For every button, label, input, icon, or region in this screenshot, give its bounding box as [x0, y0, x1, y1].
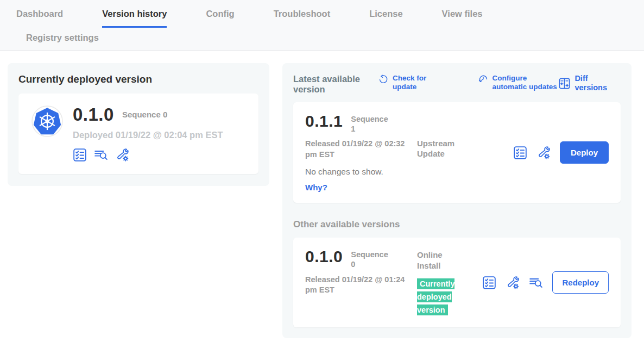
configure-auto-updates-link[interactable]: Configure automatic updates: [478, 74, 559, 91]
other-released-timestamp: Released 01/19/22 @ 01:24 pm EST: [305, 275, 406, 296]
deployed-sequence-label: Sequence 0: [122, 110, 167, 120]
tab-config[interactable]: Config: [206, 9, 234, 26]
tab-registry-settings[interactable]: Registry settings: [26, 33, 605, 43]
no-changes-text: No changes to show.: [305, 167, 409, 177]
other-version-number: 0.1.0: [305, 248, 343, 265]
currently-deployed-badge: Currently deployed version: [417, 278, 454, 315]
deployed-version-row: 0.1.0 Sequence 0: [73, 105, 223, 123]
top-navigation: Dashboard Version history Config Trouble…: [0, 0, 644, 51]
currently-deployed-panel: Currently deployed version 0.1.0: [8, 63, 269, 186]
latest-sequence-label: Sequence 1: [351, 114, 390, 134]
deploy-logs-icon[interactable]: [529, 276, 543, 290]
auto-update-clock-icon: [478, 74, 489, 85]
deployed-version-info: 0.1.0 Sequence 0 Deployed 01/19/22 @ 02:…: [73, 105, 223, 162]
tab-dashboard[interactable]: Dashboard: [16, 9, 63, 26]
tab-view-files[interactable]: View files: [442, 9, 483, 26]
edit-config-icon[interactable]: [506, 276, 520, 290]
other-version-card: 0.1.0 Sequence 0 Released 01/19/22 @ 01:…: [293, 238, 621, 327]
nav-row-2: Registry settings: [16, 33, 644, 43]
deployed-timestamp: Deployed 01/19/22 @ 02:04 pm EST: [73, 130, 223, 140]
deployed-version-card: 0.1.0 Sequence 0 Deployed 01/19/22 @ 02:…: [18, 94, 258, 174]
preflight-checks-icon[interactable]: [73, 148, 87, 162]
latest-source-column: Upstream Update: [409, 113, 513, 192]
other-source-column: Online Install Currently deployed versio…: [409, 248, 482, 316]
latest-source-label: Upstream Update: [417, 138, 467, 159]
other-sequence-label: Sequence 0: [351, 250, 390, 269]
why-link[interactable]: Why?: [305, 183, 409, 192]
nav-row-1: Dashboard Version history Config Trouble…: [16, 9, 644, 28]
latest-version-info: 0.1.1 Sequence 1 Released 01/19/22 @ 02:…: [305, 113, 409, 192]
deploy-logs-icon[interactable]: [94, 148, 108, 162]
configure-auto-updates-label: Configure automatic updates: [493, 74, 559, 91]
latest-version-number: 0.1.1: [305, 113, 343, 129]
main-content: Currently deployed version 0.1.0: [0, 51, 644, 338]
edit-config-icon[interactable]: [115, 148, 129, 162]
deploy-button[interactable]: Deploy: [560, 141, 609, 164]
refresh-icon: [378, 74, 389, 85]
check-for-update-label: Check for update: [393, 74, 451, 91]
other-version-row: 0.1.0 Sequence 0: [305, 248, 409, 269]
latest-actions: Deploy: [513, 141, 609, 164]
other-source-label: Online Install: [417, 250, 467, 271]
diff-versions-icon: [558, 77, 571, 90]
check-for-update-link[interactable]: Check for update: [378, 74, 451, 91]
latest-available-title: Latest available version: [293, 74, 366, 95]
latest-available-panel: Latest available version Check for updat…: [282, 63, 632, 338]
diff-versions-label: Diff versions: [574, 74, 621, 92]
edit-config-icon[interactable]: [536, 146, 551, 160]
redeploy-button[interactable]: Redeploy: [552, 271, 609, 294]
other-actions: Redeploy: [482, 271, 609, 294]
latest-version-card: 0.1.1 Sequence 1 Released 01/19/22 @ 02:…: [293, 102, 621, 203]
latest-version-row: 0.1.1 Sequence 1: [305, 113, 409, 134]
latest-released-timestamp: Released 01/19/22 @ 02:32 pm EST: [305, 139, 406, 160]
tab-license[interactable]: License: [369, 9, 402, 26]
currently-deployed-badge-wrap: Currently deployed version: [417, 277, 458, 316]
kubernetes-logo-icon: [31, 105, 63, 137]
other-version-info: 0.1.0 Sequence 0 Released 01/19/22 @ 01:…: [305, 248, 409, 316]
tab-troubleshoot[interactable]: Troubleshoot: [274, 9, 331, 26]
preflight-checks-icon[interactable]: [513, 146, 527, 160]
preflight-checks-icon[interactable]: [482, 276, 496, 290]
diff-versions-link[interactable]: Diff versions: [558, 74, 621, 92]
deployed-version-number: 0.1.0: [73, 105, 114, 123]
latest-header: Latest available version Check for updat…: [293, 74, 621, 95]
tab-version-history[interactable]: Version history: [102, 9, 167, 28]
deployed-action-icons: [73, 148, 223, 162]
currently-deployed-title: Currently deployed version: [18, 73, 258, 85]
other-available-title: Other available versions: [293, 219, 621, 230]
